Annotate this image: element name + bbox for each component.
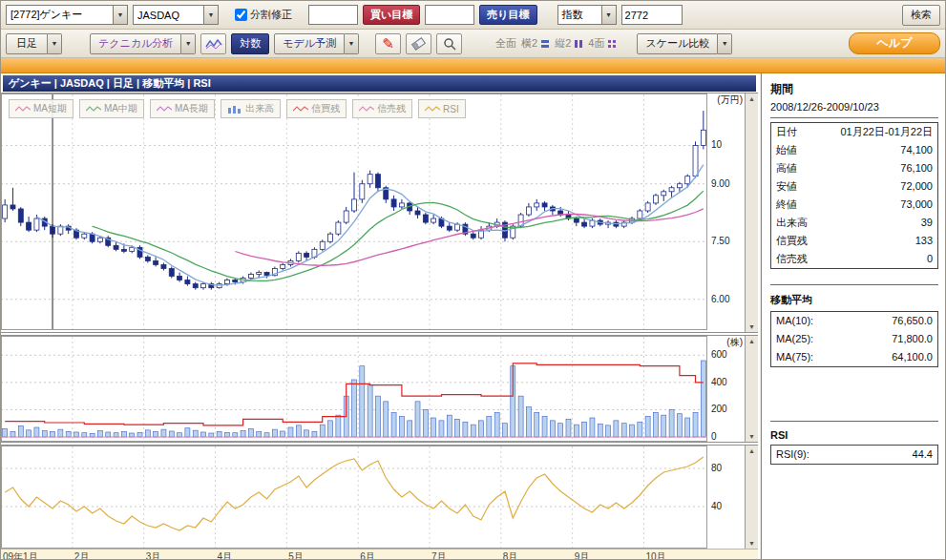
layout-full-button[interactable]: 全面 (495, 36, 516, 51)
axis-tick-label: 200 (711, 404, 727, 414)
legend-item-margin-sell[interactable]: 信売残 (352, 99, 412, 118)
axis-tick-label: 6.00 (711, 294, 729, 304)
axis-tick-label: 9.00 (711, 178, 729, 189)
x-axis-label: 9月 (575, 550, 590, 560)
scroll-down-icon[interactable]: ▼ (746, 323, 758, 330)
ma-row: MA(75):64,100.0 (771, 348, 937, 366)
scale-compare-combo[interactable]: スケール比較 ▼ (637, 33, 732, 54)
model-forecast-button[interactable]: モデル予測 (274, 33, 345, 54)
ma-row-value: 76,650.0 (892, 314, 933, 328)
legend-item-rsi[interactable]: RSI (418, 99, 466, 118)
layout-full-label: 全面 (495, 36, 516, 51)
price-chart[interactable] (1, 93, 707, 330)
chevron-down-icon[interactable]: ▼ (181, 33, 196, 54)
legend-item-ma-short[interactable]: MA短期 (9, 99, 74, 118)
timeframe-combo[interactable]: 日足 ▼ (6, 33, 62, 54)
ma-title: 移動平均 (770, 293, 938, 307)
model-forecast-combo[interactable]: モデル予測 ▼ (274, 33, 359, 54)
rsi-chart[interactable] (1, 446, 707, 549)
quote-row-value: 72,000 (900, 179, 933, 194)
legend-item-margin-buy[interactable]: 信買残 (286, 99, 347, 118)
chevron-down-icon[interactable]: ▼ (345, 33, 359, 54)
volume-chart[interactable] (1, 336, 707, 442)
legend-item-volume[interactable]: 出来高 (221, 99, 281, 118)
chevron-down-icon[interactable]: ▼ (203, 6, 218, 24)
chevron-down-icon[interactable]: ▼ (113, 6, 127, 24)
layout-v2-button[interactable]: 縦2 (555, 36, 583, 51)
code-input[interactable] (621, 5, 683, 25)
price-axis: (万円)109.007.506.00 (708, 93, 745, 332)
log-scale-button[interactable]: 対数 (231, 33, 269, 54)
draw-pencil-button[interactable]: ✎ (375, 33, 401, 54)
chevron-down-icon[interactable]: ▼ (48, 33, 62, 54)
search-button[interactable]: 検索 (902, 5, 940, 26)
volume-scrollbar[interactable]: ▲ ▼ (745, 336, 758, 442)
index-combo-value: 指数 (558, 8, 601, 22)
sell-target-input[interactable] (425, 5, 474, 25)
chart-title-bar: ゲンキー | JASDAQ | 日足 | 移動平均 | RSI (3, 75, 756, 92)
ma-row-value: 64,100.0 (892, 350, 933, 364)
quote-row-label: 高値 (776, 161, 797, 176)
layout-h2-button[interactable]: 横2 (521, 36, 550, 51)
eraser-button[interactable] (406, 33, 431, 54)
scroll-down-icon[interactable]: ▼ (746, 433, 758, 440)
technical-analysis-button[interactable]: テクニカル分析 (90, 33, 181, 54)
layout-h2-label: 横2 (521, 36, 537, 51)
chart-line-icon[interactable] (200, 33, 226, 54)
quote-row: 信買残133 (771, 232, 937, 250)
layout-v2-label: 縦2 (555, 36, 571, 51)
quote-row-value: 01月22日-01月22日 (840, 125, 933, 139)
scroll-down-icon[interactable]: ▼ (746, 540, 758, 547)
quote-row-label: 日付 (776, 125, 797, 139)
split-adjust-checkbox[interactable]: 分割修正 (235, 8, 292, 22)
x-axis-label: 6月 (360, 550, 375, 560)
symbol-combo-value: [2772]ゲンキー (7, 8, 113, 22)
scroll-up-icon[interactable]: ▲ (746, 95, 758, 102)
x-axis-label: 10月 (645, 550, 665, 560)
legend-item-label: MA中期 (104, 102, 137, 115)
axis-tick-label: 400 (711, 377, 727, 387)
split-adjust-checkbox-input[interactable] (235, 9, 247, 21)
scale-compare-button[interactable]: スケール比較 (637, 33, 718, 54)
symbol-combo[interactable]: [2772]ゲンキー ▼ (6, 5, 128, 25)
chevron-down-icon[interactable]: ▼ (718, 33, 732, 54)
scroll-up-icon[interactable]: ▲ (746, 338, 758, 344)
split-adjust-label: 分割修正 (250, 8, 292, 22)
technical-combo[interactable]: テクニカル分析 ▼ (90, 33, 196, 54)
scroll-up-icon[interactable]: ▲ (746, 447, 758, 454)
index-combo[interactable]: 指数 ▼ (557, 5, 617, 25)
market-combo[interactable]: JASDAQ ▼ (133, 5, 219, 25)
chart-area: ゲンキー | JASDAQ | 日足 | 移動平均 | RSI (万円)109.… (1, 73, 760, 560)
squiggle-icon (205, 37, 222, 51)
margin-buy-icon (293, 104, 308, 114)
x-axis-label: 5月 (288, 550, 304, 560)
split-horizontal-icon (540, 39, 550, 49)
timeframe-button[interactable]: 日足 (6, 33, 48, 54)
app-window: [2772]ゲンキー ▼ JASDAQ ▼ 分割修正 買い目標 売り目標 指数 … (0, 0, 946, 560)
buy-target-input[interactable] (308, 5, 358, 25)
divider (770, 421, 938, 422)
rsi-row: RSI(9):44.4 (771, 446, 937, 464)
legend-item-label: MA短期 (33, 102, 67, 115)
divider (770, 117, 938, 118)
layout-4-button[interactable]: 4面 (588, 36, 617, 51)
legend-item-ma-long[interactable]: MA長期 (150, 99, 215, 118)
quote-row: 出来高39 (771, 214, 937, 232)
quote-row-label: 安値 (776, 179, 797, 194)
accent-band (1, 58, 945, 73)
buy-target-button[interactable]: 買い目標 (363, 5, 420, 25)
sell-target-button[interactable]: 売り目標 (479, 5, 536, 25)
rsi-table: RSI(9):44.4 (770, 445, 938, 465)
help-button[interactable]: ヘルプ (849, 32, 940, 54)
chevron-down-icon[interactable]: ▼ (601, 6, 616, 24)
ma-row: MA(10):76,650.0 (771, 312, 937, 330)
divider (770, 284, 938, 285)
toolbar-row-2: 日足 ▼ テクニカル分析 ▼ 対数 モデル予測 ▼ ✎ 全面 (1, 30, 945, 58)
zoom-button[interactable] (436, 33, 462, 54)
rsi-title: RSI (770, 429, 938, 441)
price-scrollbar[interactable]: ▲ ▼ (745, 93, 758, 332)
ma-row: MA(25):71,800.0 (771, 330, 937, 348)
rsi-row-label: RSI(9): (776, 447, 809, 462)
rsi-scrollbar[interactable]: ▲ ▼ (745, 446, 758, 549)
legend-item-ma-mid[interactable]: MA中期 (79, 99, 144, 118)
